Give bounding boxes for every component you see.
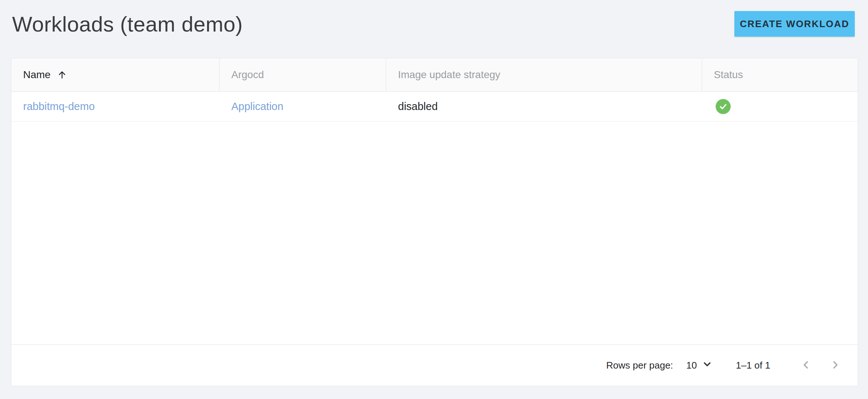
column-header-argocd: Argocd xyxy=(220,58,386,91)
column-header-image-update-strategy-label: Image update strategy xyxy=(398,69,500,81)
column-header-name[interactable]: Name xyxy=(11,58,220,91)
image-update-strategy-value: disabled xyxy=(398,100,438,113)
rows-per-page-select[interactable]: 10 xyxy=(686,358,713,373)
column-header-status-label: Status xyxy=(714,69,743,81)
previous-page-button[interactable] xyxy=(795,354,817,377)
cell-status xyxy=(702,92,858,121)
dropdown-caret-icon xyxy=(701,358,713,373)
rows-per-page-value: 10 xyxy=(686,360,697,371)
sort-ascending-icon xyxy=(57,69,68,80)
column-header-status: Status xyxy=(702,58,858,91)
chevron-left-icon xyxy=(799,358,813,373)
column-header-argocd-label: Argocd xyxy=(231,69,264,81)
cell-image-update-strategy: disabled xyxy=(386,92,702,121)
pagination-range-label: 1–1 of 1 xyxy=(736,360,770,371)
next-page-button[interactable] xyxy=(824,354,847,377)
chevron-right-icon xyxy=(829,358,842,373)
table-row: rabbitmq-demo Application disabled xyxy=(11,92,858,122)
column-header-image-update-strategy: Image update strategy xyxy=(386,58,702,91)
workloads-table: Name Argocd Image update strategy Status… xyxy=(11,58,858,386)
table-pagination: Rows per page: 10 1–1 of 1 xyxy=(11,344,858,386)
column-header-name-label: Name xyxy=(23,69,51,81)
create-workload-button[interactable]: CREATE WORKLOAD xyxy=(734,11,855,37)
workload-name-link[interactable]: rabbitmq-demo xyxy=(23,100,95,113)
table-empty-area xyxy=(11,122,858,344)
cell-name: rabbitmq-demo xyxy=(11,92,220,121)
status-success-icon xyxy=(716,99,731,114)
table-header-row: Name Argocd Image update strategy Status xyxy=(11,58,858,92)
page-header: Workloads (team demo) CREATE WORKLOAD xyxy=(12,0,855,48)
page-title: Workloads (team demo) xyxy=(12,12,243,36)
argocd-application-link[interactable]: Application xyxy=(231,100,283,113)
cell-argocd: Application xyxy=(220,92,386,121)
rows-per-page-label: Rows per page: xyxy=(606,360,673,371)
